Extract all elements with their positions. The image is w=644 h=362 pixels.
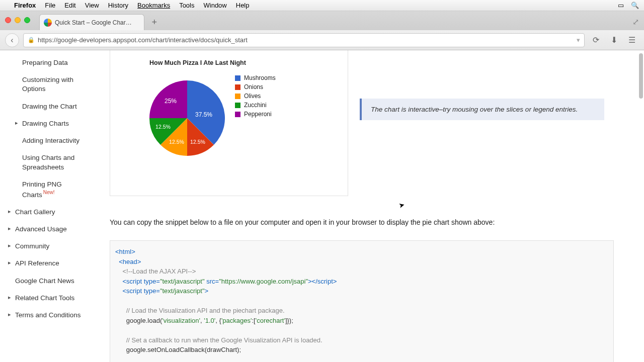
menu-edit[interactable]: Edit: [64, 2, 75, 9]
new-badge: New!: [43, 190, 55, 195]
close-window-button[interactable]: [5, 17, 11, 23]
menu-file[interactable]: File: [45, 2, 55, 9]
chart-container: How Much Pizza I Ate Last Night 37.5% 12…: [110, 50, 348, 196]
menu-history[interactable]: History: [108, 2, 128, 9]
tab-favicon-icon: [44, 19, 52, 27]
tab-strip: Quick Start – Google Char… + ⤢: [0, 11, 644, 30]
sidebar-item-terms[interactable]: Terms and Conditions: [0, 307, 101, 324]
mac-menubar: Firefox File Edit View History Bookmarks…: [0, 0, 644, 11]
slice-label-olives: 12.5%: [169, 139, 184, 145]
page-body: Preparing Data Customizing with Options …: [0, 50, 644, 362]
menu-bookmarks[interactable]: Bookmarks: [137, 2, 170, 9]
slice-label-pepperoni: 25%: [165, 98, 177, 105]
url-text: https://google-developers.appspot.com/ch…: [38, 36, 248, 44]
info-note: The chart is interactive–try mousing ove…: [360, 99, 604, 120]
menu-tools[interactable]: Tools: [179, 2, 194, 9]
slice-label-onions: 12.5%: [190, 139, 205, 145]
chart-title: How Much Pizza I Ate Last Night: [149, 59, 246, 66]
sidebar-item-community[interactable]: Community: [0, 238, 101, 255]
display-icon[interactable]: ▭: [618, 2, 624, 9]
legend-item-zucchini[interactable]: Zucchini: [235, 101, 276, 110]
sidebar-item-related[interactable]: Related Chart Tools: [0, 290, 101, 307]
pie-chart[interactable]: 37.5% 12.5% 12.5% 12.5% 25%: [149, 80, 225, 156]
spotlight-icon[interactable]: 🔍: [631, 2, 639, 9]
legend-item-pepperoni[interactable]: Pepperoni: [235, 110, 276, 119]
url-dropdown-icon[interactable]: ▾: [577, 36, 580, 44]
browser-toolbar: ‹ 🔒 https://google-developers.appspot.co…: [0, 30, 644, 50]
sidebar-item-drawing-chart[interactable]: Drawing the Chart: [0, 98, 101, 115]
new-tab-button[interactable]: +: [148, 17, 160, 27]
legend-item-onions[interactable]: Onions: [235, 82, 276, 92]
slice-label-mushrooms: 37.5%: [195, 111, 212, 118]
sidebar-item-api-ref[interactable]: API Reference: [0, 255, 101, 272]
main-content: How Much Pizza I Ate Last Night 37.5% 12…: [101, 50, 644, 362]
sidebar-item-news[interactable]: Google Chart News: [0, 273, 101, 290]
fullscreen-icon[interactable]: ⤢: [632, 17, 639, 27]
sidebar-nav: Preparing Data Customizing with Options …: [0, 50, 101, 362]
intro-paragraph: You can copy the snippet below to a file…: [110, 218, 639, 226]
sidebar-item-preparing-data[interactable]: Preparing Data: [0, 54, 101, 71]
downloads-button[interactable]: ⬇: [607, 33, 621, 47]
menu-button[interactable]: ☰: [625, 33, 639, 47]
sidebar-item-advanced[interactable]: Advanced Usage: [0, 221, 101, 238]
scrollbar-thumb[interactable]: [639, 53, 643, 99]
sidebar-item-printing-png[interactable]: Printing PNG ChartsNew!: [0, 176, 101, 204]
code-snippet[interactable]: <html> <head> <!--Load the AJAX API--> <…: [110, 240, 614, 362]
sidebar-item-gallery[interactable]: Chart Gallery: [0, 204, 101, 221]
chart-legend: Mushrooms Onions Olives Zucchini Peppero…: [235, 73, 276, 119]
lock-icon: 🔒: [28, 37, 35, 43]
window-controls: [5, 17, 30, 23]
minimize-window-button[interactable]: [15, 17, 21, 23]
tab-title: Quick Start – Google Char…: [55, 19, 132, 26]
sidebar-item-customizing[interactable]: Customizing with Options: [0, 71, 101, 98]
back-button[interactable]: ‹: [5, 33, 19, 47]
slice-label-zucchini: 12.5%: [155, 124, 171, 130]
mouse-cursor-icon: ➤: [398, 201, 406, 210]
reload-button[interactable]: ⟳: [589, 33, 603, 47]
page-scrollbar[interactable]: [639, 50, 643, 361]
sidebar-item-drawing-charts[interactable]: Drawing Charts: [0, 115, 101, 132]
menu-view[interactable]: View: [85, 2, 99, 9]
sidebar-item-spreadsheets[interactable]: Using Charts and Spreadsheets: [0, 149, 101, 175]
zoom-window-button[interactable]: [24, 17, 30, 23]
legend-item-olives[interactable]: Olives: [235, 92, 276, 101]
legend-item-mushrooms[interactable]: Mushrooms: [235, 73, 276, 82]
menu-window[interactable]: Window: [204, 2, 227, 9]
menubar-app[interactable]: Firefox: [14, 2, 36, 9]
sidebar-item-interactivity[interactable]: Adding Interactivity: [0, 132, 101, 149]
menu-help[interactable]: Help: [236, 2, 250, 9]
url-bar[interactable]: 🔒 https://google-developers.appspot.com/…: [23, 33, 585, 47]
browser-tab[interactable]: Quick Start – Google Char…: [39, 14, 144, 30]
